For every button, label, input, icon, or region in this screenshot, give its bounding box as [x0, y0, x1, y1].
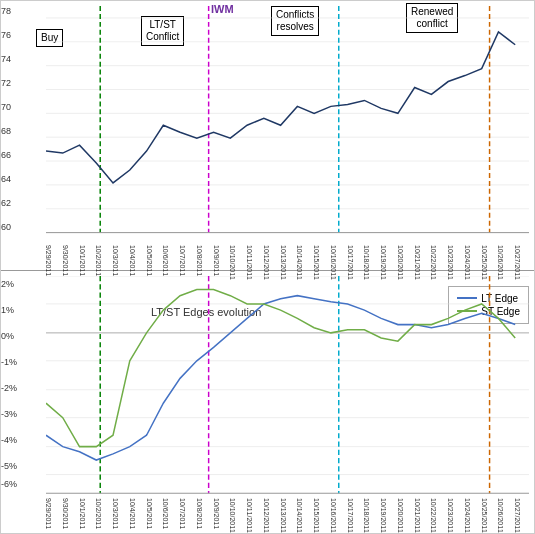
- y-label-76: 76: [1, 30, 11, 40]
- y-label-m3pct: -3%: [1, 409, 17, 419]
- y-label-70: 70: [1, 102, 11, 112]
- svg-text:10/13/2011: 10/13/2011: [280, 498, 287, 533]
- y-label-0pct: 0%: [1, 331, 14, 341]
- svg-text:10/1/2011: 10/1/2011: [79, 498, 86, 529]
- y-label-2pct: 2%: [1, 279, 14, 289]
- bottom-chart: LT/ST Edges evolution 2% 1% 0% -1% -2% -…: [1, 271, 534, 534]
- y-label-m2pct: -2%: [1, 383, 17, 393]
- svg-text:10/2/2011: 10/2/2011: [95, 498, 102, 529]
- y-label-60: 60: [1, 222, 11, 232]
- svg-text:10/14/2011: 10/14/2011: [296, 498, 303, 533]
- y-label-m5pct: -5%: [1, 461, 17, 471]
- svg-text:10/21/2011: 10/21/2011: [414, 498, 421, 533]
- svg-text:10/25/2011: 10/25/2011: [481, 498, 488, 533]
- bottom-chart-area: 9/29/2011 9/30/2011 10/1/2011 10/2/2011 …: [46, 276, 529, 504]
- svg-text:10/5/2011: 10/5/2011: [146, 498, 153, 529]
- y-label-74: 74: [1, 54, 11, 64]
- svg-text:10/27/2011: 10/27/2011: [514, 498, 521, 533]
- main-container: IWM Buy LT/STConflict Conflictsresolves …: [0, 0, 535, 534]
- bottom-x-axis-svg: 9/29/2011 9/30/2011 10/1/2011 10/2/2011 …: [46, 488, 529, 534]
- top-chart: IWM Buy LT/STConflict Conflictsresolves …: [1, 1, 534, 271]
- y-label-1pct: 1%: [1, 305, 14, 315]
- svg-text:10/15/2011: 10/15/2011: [313, 498, 320, 533]
- svg-text:10/9/2011: 10/9/2011: [213, 498, 220, 529]
- svg-text:10/23/2011: 10/23/2011: [447, 498, 454, 533]
- svg-text:10/19/2011: 10/19/2011: [380, 498, 387, 533]
- svg-text:10/4/2011: 10/4/2011: [129, 498, 136, 529]
- svg-text:10/11/2011: 10/11/2011: [246, 498, 253, 533]
- svg-text:10/20/2011: 10/20/2011: [397, 498, 404, 533]
- svg-text:9/30/2011: 9/30/2011: [62, 498, 69, 529]
- svg-text:10/10/2011: 10/10/2011: [229, 498, 236, 533]
- svg-text:10/6/2011: 10/6/2011: [162, 498, 169, 529]
- svg-text:10/17/2011: 10/17/2011: [347, 498, 354, 533]
- y-label-m1pct: -1%: [1, 357, 17, 367]
- y-label-64: 64: [1, 174, 11, 184]
- svg-text:9/29/2011: 9/29/2011: [46, 498, 52, 529]
- top-chart-area: 9/29/2011 9/30/2011 10/1/2011 10/2/2011 …: [46, 6, 529, 250]
- y-label-62: 62: [1, 198, 11, 208]
- y-label-72: 72: [1, 78, 11, 88]
- svg-text:10/8/2011: 10/8/2011: [196, 498, 203, 529]
- svg-text:10/24/2011: 10/24/2011: [464, 498, 471, 533]
- y-label-m4pct: -4%: [1, 435, 17, 445]
- y-label-78: 78: [1, 6, 11, 16]
- y-label-66: 66: [1, 150, 11, 160]
- svg-text:10/16/2011: 10/16/2011: [330, 498, 337, 533]
- svg-text:10/7/2011: 10/7/2011: [179, 498, 186, 529]
- svg-text:10/22/2011: 10/22/2011: [430, 498, 437, 533]
- y-label-68: 68: [1, 126, 11, 136]
- y-label-m6pct: -6%: [1, 479, 17, 489]
- svg-text:10/18/2011: 10/18/2011: [363, 498, 370, 533]
- top-chart-svg: [46, 6, 529, 250]
- svg-text:10/12/2011: 10/12/2011: [263, 498, 270, 533]
- svg-text:10/3/2011: 10/3/2011: [112, 498, 119, 529]
- bottom-chart-svg: [46, 276, 529, 504]
- svg-text:10/26/2011: 10/26/2011: [497, 498, 504, 533]
